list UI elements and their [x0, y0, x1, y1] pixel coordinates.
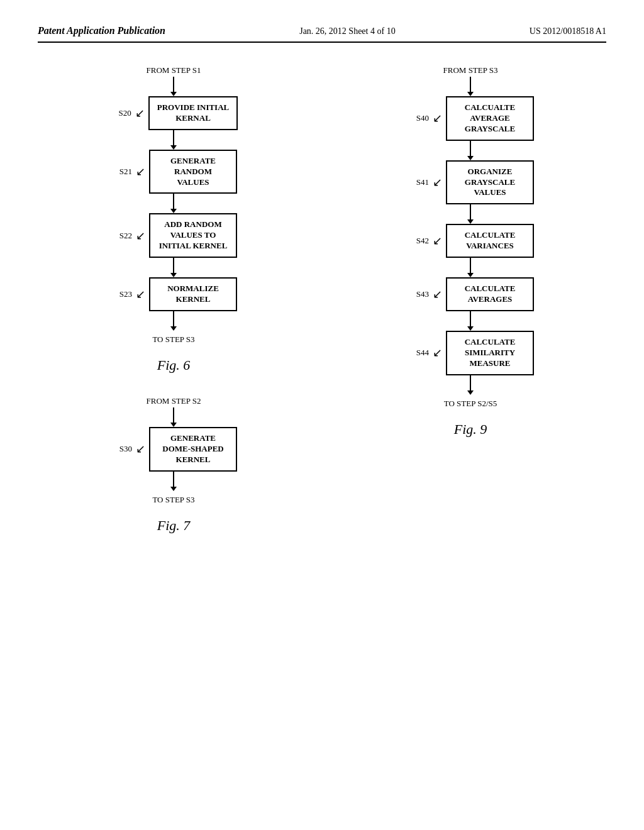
fig9-arrow-4 — [467, 311, 474, 331]
header-publication: Patent Application Publication — [38, 25, 165, 36]
fig9-arrow-0 — [467, 77, 474, 96]
fig9-arrow-1-line — [470, 141, 471, 156]
fig6-title: Fig. 6 — [157, 357, 191, 374]
fig9-arrow-4-head — [467, 326, 474, 331]
main-content: FROM STEP S1 S20 ↙ PROVIDE INITIALKERNAL… — [38, 62, 606, 534]
fig7-title: Fig. 7 — [157, 517, 191, 534]
fig7-from-label: FROM STEP S2 — [147, 396, 201, 406]
fig9-arrow-3 — [467, 258, 474, 277]
fig9-s42-curve: ↙ — [433, 235, 442, 246]
fig6-arrow-1 — [170, 130, 177, 150]
fig9-s41-label: S41 — [407, 177, 429, 187]
fig6-arrow-0-line — [173, 77, 174, 92]
fig6-column: FROM STEP S1 S20 ↙ PROVIDE INITIALKERNAL… — [38, 62, 309, 534]
fig6-arrow-3 — [170, 258, 177, 277]
fig7-section: FROM STEP S2 S30 ↙ GENERATEDOME-SHAPEDKE… — [38, 392, 309, 534]
header-patent-number: US 2012/0018518 A1 — [530, 26, 606, 36]
fig6-step-s21: S21 ↙ GENERATERANDOMVALUES — [38, 150, 309, 194]
fig7-s30-box: GENERATEDOME-SHAPEDKERNEL — [149, 427, 237, 472]
fig9-s44-box: CALCULATESIMILARITYMEASURE — [446, 331, 534, 375]
fig6-arrow-4-line — [173, 311, 174, 326]
fig9-arrow-3-line — [470, 258, 471, 273]
fig6-step-s22: S22 ↙ ADD RANDOMVALUES TOINITIAL KERNEL — [38, 213, 309, 258]
fig9-arrow-0-head — [467, 92, 474, 96]
fig6-s23-label: S23 — [110, 289, 132, 299]
fig9-s40-curve: ↙ — [433, 113, 442, 124]
fig9-s44-label: S44 — [407, 348, 429, 358]
fig6-step-s20: S20 ↙ PROVIDE INITIALKERNAL — [38, 96, 309, 130]
fig9-s44-curve: ↙ — [433, 347, 442, 358]
fig9-arrow-2 — [467, 204, 474, 224]
fig7-arrow-0-line — [173, 407, 174, 423]
fig7-arrow-1 — [170, 472, 177, 491]
fig6-s21-curve: ↙ — [136, 166, 145, 177]
fig9-to-label: TO STEP S2/S5 — [444, 399, 497, 409]
fig6-arrow-2-line — [173, 194, 174, 209]
fig6-s23-box: NORMALIZEKERNEL — [149, 277, 237, 311]
fig6-to-label: TO STEP S3 — [152, 335, 194, 345]
fig6-s20-curve: ↙ — [135, 108, 145, 119]
fig9-step-s44: S44 ↙ CALCULATESIMILARITYMEASURE — [335, 331, 606, 375]
fig9-s42-label: S42 — [407, 236, 429, 246]
fig6-s22-label: S22 — [110, 231, 132, 241]
fig9-arrow-3-head — [467, 273, 474, 277]
fig9-arrow-2-line — [470, 204, 471, 219]
fig6-arrow-1-line — [173, 130, 174, 145]
fig9-column: FROM STEP S3 S40 ↙ CALCUALTEAVERAGEGRAYS… — [335, 62, 606, 534]
fig6-s22-curve: ↙ — [136, 230, 145, 241]
fig7-arrow-0-head — [170, 423, 177, 427]
fig7-s30-label: S30 — [110, 444, 132, 454]
fig6-arrow-3-line — [173, 258, 174, 273]
fig6-s22-box: ADD RANDOMVALUES TOINITIAL KERNEL — [149, 213, 237, 258]
fig9-step-s43: S43 ↙ CALCULATEAVERAGES — [335, 277, 606, 311]
fig7-s30-curve: ↙ — [136, 443, 145, 455]
fig9-s43-box: CALCULATEAVERAGES — [446, 277, 534, 311]
fig6-arrow-0-head — [170, 92, 177, 96]
fig7-to-label: TO STEP S3 — [152, 495, 194, 505]
fig9-arrow-4-line — [470, 311, 471, 326]
fig7-arrow-0 — [170, 407, 177, 427]
fig9-title: Fig. 9 — [454, 421, 487, 438]
fig6-arrow-3-head — [170, 273, 177, 277]
fig6-arrow-1-head — [170, 145, 177, 150]
fig9-arrow-5 — [467, 375, 474, 395]
fig6-arrow-2-head — [170, 209, 177, 213]
fig9-arrow-1-head — [467, 156, 474, 160]
fig9-s42-box: CALCULATEVARIANCES — [446, 224, 534, 258]
fig6-from-label: FROM STEP S1 — [147, 65, 201, 75]
fig9-arrow-2-head — [467, 219, 474, 224]
fig9-arrow-1 — [467, 141, 474, 160]
fig7-step-s30: S30 ↙ GENERATEDOME-SHAPEDKERNEL — [38, 427, 309, 472]
fig6-step-s23: S23 ↙ NORMALIZEKERNEL — [38, 277, 309, 311]
fig9-step-s40: S40 ↙ CALCUALTEAVERAGEGRAYSCALE — [335, 96, 606, 141]
fig9-step-s42: S42 ↙ CALCULATEVARIANCES — [335, 224, 606, 258]
fig6-s20-box: PROVIDE INITIALKERNAL — [148, 96, 238, 130]
fig9-s40-label: S40 — [407, 113, 429, 123]
fig6-arrow-4-head — [170, 326, 177, 331]
fig9-s43-curve: ↙ — [433, 289, 442, 300]
fig6-s21-label: S21 — [110, 167, 132, 177]
fig6-arrow-2 — [170, 194, 177, 213]
header-date-sheet: Jan. 26, 2012 Sheet 4 of 10 — [299, 26, 395, 36]
fig7-arrow-1-head — [170, 487, 177, 491]
fig7-arrow-1-line — [173, 472, 174, 487]
fig6-s20-label: S20 — [109, 108, 131, 118]
fig9-s41-curve: ↙ — [433, 177, 442, 188]
fig9-s41-box: ORGANIZEGRAYSCALEVALUES — [446, 160, 534, 205]
fig6-arrow-4 — [170, 311, 177, 331]
fig9-arrow-5-head — [467, 390, 474, 395]
page: Patent Application Publication Jan. 26, … — [0, 0, 644, 830]
fig9-arrow-0-line — [470, 77, 471, 92]
fig9-from-label: FROM STEP S3 — [443, 65, 498, 75]
fig9-s43-label: S43 — [407, 289, 429, 299]
fig9-arrow-5-line — [470, 375, 471, 390]
fig6-arrow-0 — [170, 77, 177, 96]
fig6-s23-curve: ↙ — [136, 289, 145, 300]
fig9-step-s41: S41 ↙ ORGANIZEGRAYSCALEVALUES — [335, 160, 606, 205]
header: Patent Application Publication Jan. 26, … — [38, 25, 606, 43]
fig6-s21-box: GENERATERANDOMVALUES — [149, 150, 237, 194]
fig9-s40-box: CALCUALTEAVERAGEGRAYSCALE — [446, 96, 534, 141]
